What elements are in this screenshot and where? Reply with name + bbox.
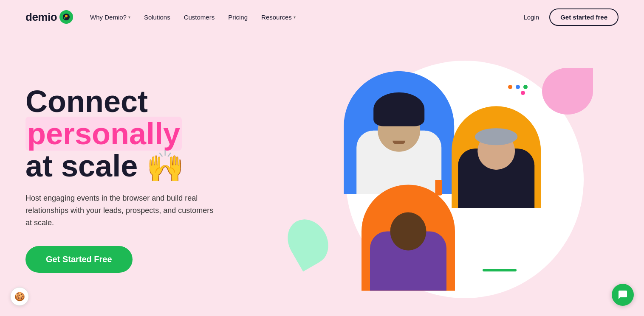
logo-icon (59, 10, 73, 24)
hero-illustration (263, 42, 619, 316)
avatar-woman-blue (344, 71, 454, 194)
nav-item-resources[interactable]: Resources ▾ (261, 14, 296, 21)
hero-title-emoji: 🙌 (146, 149, 184, 183)
dot-green (523, 85, 528, 89)
nav-link-solutions[interactable]: Solutions (144, 14, 170, 21)
nav-item-pricing[interactable]: Pricing (228, 14, 248, 21)
hero-title-part1: Connect (25, 84, 148, 118)
deco-orange-tab (435, 180, 442, 195)
hero-content: Connect personally at scale 🙌 Host engag… (25, 86, 263, 272)
chevron-down-icon: ▾ (128, 15, 130, 20)
nav-item-customers[interactable]: Customers (184, 14, 215, 21)
nav-link-why-demio[interactable]: Why Demio? ▾ (90, 14, 130, 21)
deco-green-line (483, 269, 517, 271)
nav-item-solutions[interactable]: Solutions (144, 14, 170, 21)
login-link[interactable]: Login (523, 14, 539, 21)
cookie-icon: 🍪 (14, 291, 25, 302)
svg-point-1 (65, 15, 68, 17)
chevron-down-icon-resources: ▾ (294, 15, 296, 20)
nav-link-pricing[interactable]: Pricing (228, 14, 248, 21)
avatar-man-yellow (452, 106, 541, 208)
logo-text: demio (25, 11, 57, 24)
logo[interactable]: demio (25, 10, 73, 24)
nav-link-resources[interactable]: Resources ▾ (261, 14, 296, 21)
chat-button[interactable] (612, 284, 634, 306)
nav-item-why-demio[interactable]: Why Demio? ▾ (90, 14, 130, 21)
dot-blue (516, 85, 520, 89)
dot-orange (508, 85, 512, 89)
nav-link-customers[interactable]: Customers (184, 14, 215, 21)
hero-section: Connect personally at scale 🙌 Host engag… (0, 34, 644, 316)
navbar: demio Why Demio? ▾ Solutions Customers (0, 0, 644, 34)
chat-icon (618, 290, 628, 300)
nav-right: Login Get started free (523, 8, 619, 26)
svg-point-2 (64, 17, 65, 19)
deco-pink-blob (542, 68, 593, 115)
get-started-free-button[interactable]: Get started free (549, 8, 619, 26)
deco-mint-teardrop (280, 212, 336, 271)
cookie-consent-button[interactable]: 🍪 (10, 287, 29, 306)
deco-dots (508, 85, 525, 95)
hero-subtitle: Host engaging events in the browser and … (25, 192, 221, 229)
avatar-man-orange (362, 185, 455, 291)
hero-title-part2: at scale (25, 149, 146, 183)
nav-links: Why Demio? ▾ Solutions Customers Pricing… (90, 14, 523, 21)
dot-pink (521, 91, 525, 95)
hero-title: Connect personally at scale 🙌 (25, 86, 263, 182)
hero-title-highlight: personally (25, 117, 182, 151)
hero-cta-button[interactable]: Get Started Free (25, 246, 133, 273)
